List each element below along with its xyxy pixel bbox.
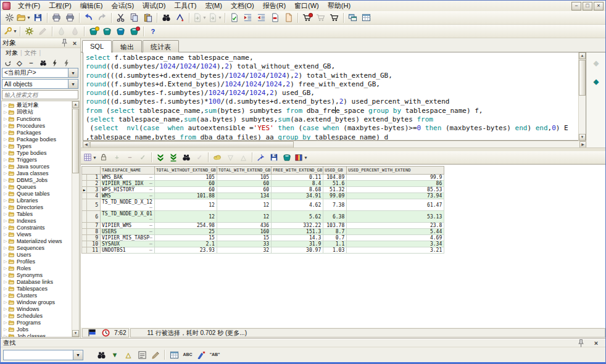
expander-icon[interactable]: ▷ [4,149,8,156]
chevron-down-icon[interactable]: ▼ [73,350,83,360]
tree-item[interactable]: ▷回收站 [2,109,72,115]
tree-item[interactable]: ▷Sequences [2,244,72,251]
grid-menu-icon[interactable]: ▼ [83,152,97,163]
tree-item[interactable]: ▷Libraries [2,197,72,204]
tree-item[interactable]: ▷Constraints [2,224,72,231]
highlight-icon[interactable] [195,349,207,360]
filter-icon[interactable] [49,58,60,68]
tree-scrollbar[interactable]: ▲ ▼ [72,101,79,337]
undo-icon[interactable] [83,12,95,24]
copy-icon[interactable] [128,12,141,24]
browser-tab-对象[interactable]: 对象 [3,49,20,57]
tree-item[interactable]: ▷Tables [2,210,72,217]
close-panel-icon[interactable]: × [71,39,78,47]
column-header[interactable]: TOTAL_WITH_EXTEND_GB [217,167,271,175]
close-button[interactable]: × [594,2,604,10]
menu-item-3[interactable]: 编辑(E) [76,1,107,11]
tree-item[interactable]: ▷Types [2,143,72,149]
collapse-node-icon[interactable]: − [26,58,36,68]
table-row[interactable]: 1WMS_BAK–1051050.11104.8999.9 [82,175,444,181]
table-row[interactable]: 4WMS–101.8813434.9199.0973.94 [82,193,444,199]
tab-统计表[interactable]: 统计表 [143,40,179,54]
expander-icon[interactable]: ▷ [4,285,8,292]
column-header[interactable]: TABLESPACE_NAME [101,167,155,175]
tree-item[interactable]: ▷Roles [2,265,72,271]
expander-icon[interactable]: ▷ [4,305,8,312]
expander-icon[interactable]: ▷ [4,238,8,244]
table-row[interactable]: 2VIPIER_MIS_IDX–60608.451.686 [82,181,444,187]
window-grid-icon[interactable] [360,12,373,24]
scrollbar-thumb[interactable] [72,109,79,173]
expander-icon[interactable]: ▷ [4,244,8,251]
expand-node-icon[interactable]: ◇ [14,58,25,68]
cart-items-icon[interactable] [328,12,341,24]
expander-icon[interactable]: ▷ [4,224,8,231]
tree-item[interactable]: ▷Synonyms [2,271,72,278]
find-icon[interactable] [160,12,173,24]
tree-item[interactable]: ▷Procedures [2,122,72,129]
fetch-all-icon[interactable] [168,152,180,163]
menu-item-5[interactable]: 调试(D) [138,1,170,11]
refresh-icon[interactable] [2,58,13,68]
tree-item[interactable]: ▷Type bodies [2,149,72,156]
filter-settings-icon[interactable] [61,58,72,68]
editor-vscrollbar[interactable]: ▲ ▼ [578,52,586,141]
tree-item[interactable]: ▷Views [2,231,72,238]
find-input[interactable]: ▼ [3,350,83,360]
connection-flag-icon[interactable] [86,327,98,339]
column-header[interactable]: FREE_WITH_EXTEND_GB [272,167,323,175]
scroll-up-icon[interactable]: ▲ [579,52,586,59]
tree-item[interactable]: ▷Packages [2,129,72,136]
column-header[interactable]: USED_PERCENT_WITH_EXTEND [347,167,444,175]
table-row[interactable]: 7VIPIER_WMS–254.98436332.22103.7823.8 [82,223,444,229]
sql-editor[interactable]: select f.tablespace_name tablespace_name… [83,52,586,141]
menu-item-4[interactable]: 会话(S) [107,1,138,11]
chevron-down-icon[interactable]: ▼ [68,80,78,88]
tree-item[interactable]: ▷DBMS_Jobs [2,176,72,183]
expander-icon[interactable]: ▷ [4,217,8,224]
menu-item-7[interactable]: 宏(M) [201,1,226,11]
new-icon[interactable] [3,12,15,24]
results-window-icon[interactable] [168,349,180,360]
configure-icon[interactable] [23,25,36,38]
outdent-icon[interactable] [255,12,268,24]
tree-item[interactable]: ▷Programs [2,319,72,326]
expander-icon[interactable]: ▷ [4,109,8,115]
tree-item[interactable]: ▷Users [2,251,72,258]
expander-icon[interactable]: ▷ [4,271,8,278]
tree-item[interactable]: ▷Job classes [2,333,72,337]
browser-tab-文件[interactable]: 文件 [22,49,39,57]
tree-item[interactable]: ▷Schedules [2,312,72,319]
export-icon[interactable] [212,152,223,163]
tree-item[interactable]: ▷Clusters [2,292,72,299]
expander-icon[interactable]: ▷ [4,265,8,271]
tree-item[interactable]: ▷Directories [2,204,72,210]
table-row[interactable]: 11UNDOTBS1–23.933230.971.033.21 [82,247,444,254]
paste-icon[interactable] [142,12,154,24]
close-find-icon[interactable]: × [590,337,602,349]
table-row[interactable]: 5TS_TD_NODE_D_X_12–12124.627.3861.47 [82,199,444,211]
menu-item-9[interactable]: 报告(R) [259,1,290,11]
match-case-icon[interactable]: "AB" [209,349,221,360]
menu-item-8[interactable]: 文档(O) [226,1,259,11]
tree-item[interactable]: ▷Windows [2,305,72,312]
logon-icon[interactable]: ▼ [3,25,17,38]
tab-输出[interactable]: 输出 [112,40,142,54]
expander-icon[interactable]: ▷ [4,204,8,210]
expander-icon[interactable]: ▷ [4,115,8,122]
column-header[interactable]: TOTAL_WITHOUT_EXTEND_GB [154,167,217,175]
pin-icon[interactable] [60,39,69,47]
expander-icon[interactable]: ▷ [4,176,8,183]
tree-item[interactable]: ▷Queues [2,183,72,190]
tree-item[interactable]: ▷Indexes [2,217,72,224]
expander-icon[interactable]: ▷ [4,183,8,190]
session-kill-icon[interactable] [128,25,141,38]
find-icon[interactable] [95,349,107,360]
mark-all-icon[interactable] [136,349,148,360]
expander-icon[interactable]: ▷ [4,143,8,149]
expander-icon[interactable]: ▷ [4,258,8,265]
splitter-collapse-icon[interactable]: ◆ [587,59,605,71]
lock-icon[interactable] [98,152,110,163]
doc-icon[interactable] [283,12,295,24]
tree-item[interactable]: ▷Triggers [2,156,72,163]
